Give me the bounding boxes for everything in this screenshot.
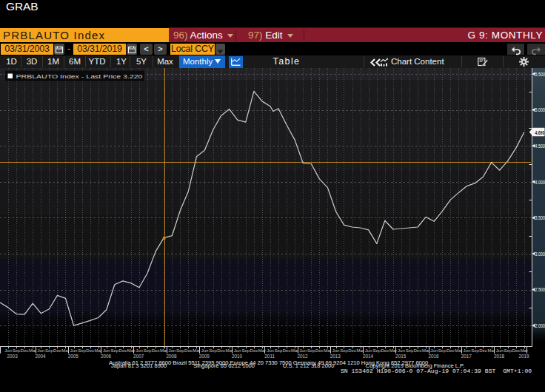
svg-text:5.000: 5.000 [535,107,545,113]
svg-text:2005: 2005 [68,354,79,359]
svg-text:Sep: Sep [406,348,414,353]
svg-text:Dec: Dec [447,348,455,353]
svg-text:2016: 2016 [428,354,439,359]
svg-text:Mar: Mar [521,348,528,353]
svg-text:Jun: Jun [464,348,471,353]
svg-text:Mar: Mar [29,348,36,353]
svg-text:Sep: Sep [209,348,217,353]
svg-text:Jun: Jun [332,348,340,353]
svg-text:Jun: Jun [136,348,143,353]
svg-text:Dec: Dec [315,348,324,353]
svg-text:Dec: Dec [479,348,487,353]
svg-text:2007: 2007 [133,354,144,359]
svg-text:Jun: Jun [398,348,405,353]
svg-text:Dec: Dec [250,348,258,353]
svg-text:Sep: Sep [110,348,118,353]
svg-text:Mar: Mar [389,348,397,353]
svg-text:Jun: Jun [70,348,78,353]
svg-text:Sep: Sep [13,348,21,353]
svg-text:4.690: 4.690 [535,129,545,136]
svg-text:2013: 2013 [330,354,341,359]
svg-text:4.000: 4.000 [535,179,545,186]
svg-text:Dec: Dec [381,348,389,353]
svg-text:Sep: Sep [438,348,447,353]
svg-text:Mar: Mar [61,348,69,353]
svg-text:Sep: Sep [504,348,512,353]
svg-text:5.500: 5.500 [535,71,545,78]
svg-text:2015: 2015 [395,354,407,359]
svg-text:Dec: Dec [86,348,94,353]
svg-text:Sep: Sep [176,348,184,353]
svg-text:Jun: Jun [4,348,12,353]
svg-text:Jun: Jun [234,348,241,353]
svg-text:Mar: Mar [226,348,233,353]
svg-text:3.500: 3.500 [535,214,545,221]
svg-text:Jun: Jun [496,348,504,353]
svg-text:2004: 2004 [35,354,46,359]
svg-text:2003: 2003 [7,354,18,359]
svg-text:Mar: Mar [160,348,167,353]
svg-text:Mar: Mar [356,348,364,353]
svg-text:Sep: Sep [372,348,381,353]
svg-text:2008: 2008 [166,354,177,359]
svg-text:Dec: Dec [53,348,61,353]
svg-text:2019: 2019 [518,354,529,359]
svg-text:Dec: Dec [184,348,193,353]
svg-text:2.000: 2.000 [535,322,545,329]
svg-text:Mar: Mar [193,348,200,353]
svg-text:Sep: Sep [45,348,53,353]
svg-text:PRBLAUTO Index - Last Price: PRBLAUTO Index - Last Price 3.220 [16,73,144,80]
svg-text:4.500: 4.500 [535,143,545,149]
svg-text:2012: 2012 [297,354,308,359]
svg-text:Jun: Jun [103,348,110,353]
svg-text:Jun: Jun [430,348,438,353]
svg-text:2011: 2011 [264,354,275,359]
svg-text:Dec: Dec [119,348,127,353]
svg-text:Dec: Dec [21,348,29,353]
svg-text:Dec: Dec [217,348,225,353]
svg-text:Jun: Jun [299,348,307,353]
svg-text:Dec: Dec [283,348,291,353]
svg-text:Sep: Sep [275,348,283,353]
svg-text:Jun: Jun [201,348,209,353]
svg-text:2006: 2006 [101,354,112,359]
svg-text:2010: 2010 [232,354,243,359]
svg-text:Mar: Mar [127,348,135,353]
svg-text:2018: 2018 [494,354,505,359]
svg-text:2009: 2009 [199,354,210,359]
svg-text:2014: 2014 [363,354,374,359]
svg-text:Dec: Dec [414,348,422,353]
svg-text:Jun: Jun [37,348,44,353]
svg-text:2.500: 2.500 [535,286,545,293]
svg-text:Mar: Mar [455,348,462,353]
svg-text:Sep: Sep [144,348,152,353]
svg-text:3.000: 3.000 [535,251,545,257]
svg-text:Dec: Dec [348,348,356,353]
svg-text:Mar: Mar [258,348,266,353]
svg-text:Sep: Sep [340,348,348,353]
svg-text:Jun: Jun [365,348,372,353]
svg-text:Mar: Mar [324,348,331,353]
svg-text:Dec: Dec [512,348,520,353]
svg-text:Mar: Mar [487,348,495,353]
svg-text:Jun: Jun [168,348,175,353]
svg-text:2017: 2017 [461,354,472,359]
svg-text:Mar: Mar [422,348,429,353]
svg-text:Sep: Sep [241,348,250,353]
svg-text:Mar: Mar [95,348,102,353]
svg-text:Sep: Sep [307,348,315,353]
svg-text:Mar: Mar [291,348,298,353]
svg-text:Sep: Sep [471,348,479,353]
svg-text:Dec: Dec [152,348,160,353]
svg-text:Sep: Sep [78,348,86,353]
svg-text:Jun: Jun [267,348,274,353]
